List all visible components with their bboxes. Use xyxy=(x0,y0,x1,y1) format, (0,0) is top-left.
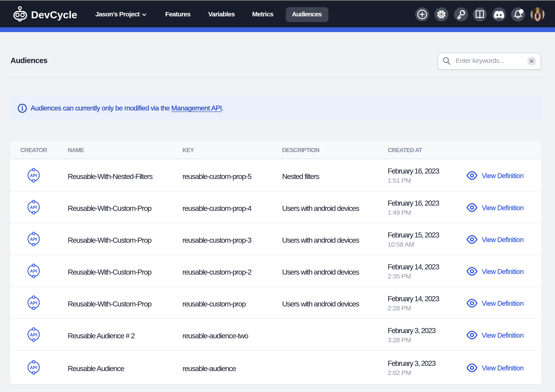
svg-text:API: API xyxy=(30,205,37,210)
svg-text:API: API xyxy=(30,332,37,337)
svg-text:API: API xyxy=(30,269,37,273)
svg-text:API: API xyxy=(30,365,37,370)
svg-text:API: API xyxy=(30,237,37,242)
svg-text:API: API xyxy=(30,173,37,178)
svg-text:API: API xyxy=(30,300,37,305)
